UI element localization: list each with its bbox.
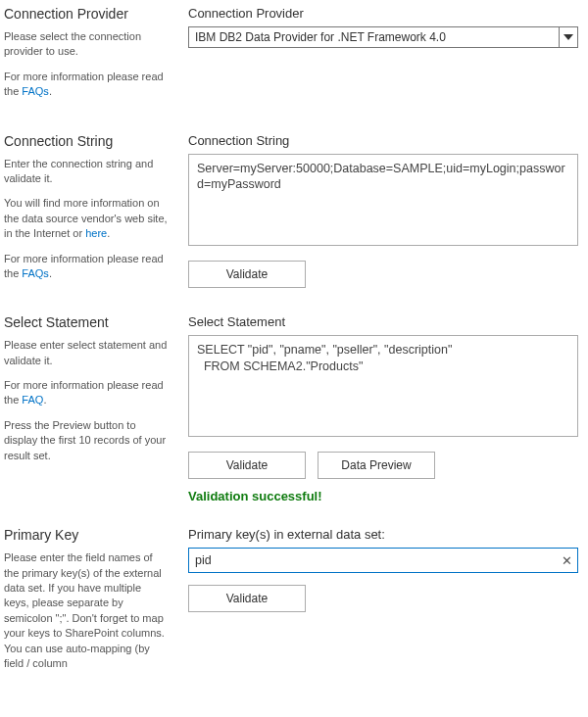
select-textarea[interactable] — [188, 335, 578, 437]
section-title-select: Select Statement — [4, 314, 169, 330]
data-preview-button[interactable]: Data Preview — [318, 452, 435, 479]
desc-select-info: For more information please read the FAQ… — [4, 378, 169, 408]
validation-success-message: Validation successful! — [188, 489, 578, 503]
left-col-pk: Primary Key Please enter the field names… — [4, 527, 169, 671]
field-label-select: Select Statement — [188, 314, 578, 329]
desc-connstr-2: You will find more information on the da… — [4, 196, 169, 241]
field-label-pk: Primary key(s) in external data set: — [188, 527, 578, 542]
section-title-provider: Connection Provider — [4, 6, 169, 22]
left-col-connstr: Connection String Enter the connection s… — [4, 133, 169, 292]
right-col-provider: Connection Provider IBM DB2 Data Provide… — [188, 6, 578, 110]
desc-connstr-1: Enter the connection string and validate… — [4, 157, 169, 187]
clear-icon[interactable]: ✕ — [562, 553, 572, 568]
field-label-provider: Connection Provider — [188, 6, 578, 21]
left-col-select: Select Statement Please enter select sta… — [4, 314, 169, 503]
validate-connstr-button[interactable]: Validate — [188, 261, 306, 288]
left-col-provider: Connection Provider Please select the co… — [4, 6, 169, 110]
validate-select-button[interactable]: Validate — [188, 452, 306, 479]
section-primary-key: Primary Key Please enter the field names… — [4, 527, 578, 671]
right-col-select: Select Statement Validate Data Preview V… — [188, 314, 578, 503]
desc-provider-info: For more information please read the FAQ… — [4, 70, 169, 100]
here-link[interactable]: here — [85, 227, 107, 239]
chevron-down-icon[interactable] — [559, 26, 578, 48]
desc-pk: Please enter the field names of the prim… — [4, 550, 169, 671]
right-col-pk: Primary key(s) in external data set: ✕ V… — [188, 527, 578, 671]
field-label-connstr: Connection String — [188, 133, 578, 148]
desc-connstr-info: For more information please read the FAQ… — [4, 252, 169, 282]
section-title-connstr: Connection String — [4, 133, 169, 149]
desc-select-2: Press the Preview button to display the … — [4, 418, 169, 463]
primary-key-input[interactable] — [188, 548, 578, 573]
faqs-link[interactable]: FAQs — [22, 267, 49, 279]
section-connection-string: Connection String Enter the connection s… — [4, 133, 578, 292]
connstr-textarea[interactable] — [188, 154, 578, 246]
provider-select-value: IBM DB2 Data Provider for .NET Framework… — [188, 26, 578, 48]
desc-select-1: Please enter select statement and valida… — [4, 338, 169, 368]
right-col-connstr: Connection String Validate — [188, 133, 578, 292]
faqs-link[interactable]: FAQs — [22, 85, 49, 97]
faq-link[interactable]: FAQ — [22, 394, 43, 406]
provider-select[interactable]: IBM DB2 Data Provider for .NET Framework… — [188, 26, 578, 48]
section-select-statement: Select Statement Please enter select sta… — [4, 314, 578, 503]
section-connection-provider: Connection Provider Please select the co… — [4, 6, 578, 110]
desc-provider: Please select the connection provider to… — [4, 29, 169, 60]
section-title-pk: Primary Key — [4, 527, 169, 543]
validate-pk-button[interactable]: Validate — [188, 585, 306, 612]
